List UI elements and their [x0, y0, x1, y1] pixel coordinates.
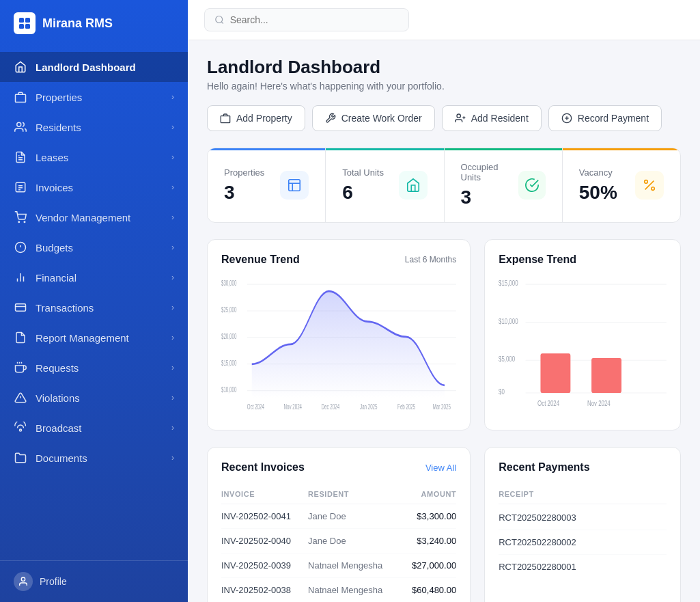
- sidebar-item-budgets[interactable]: Budgets ›: [0, 232, 188, 262]
- search-input[interactable]: [230, 14, 399, 25]
- svg-point-12: [18, 221, 20, 223]
- view-all-invoices[interactable]: View All: [425, 463, 456, 473]
- expense-bar-nov: [591, 358, 621, 393]
- stat-vacancy-icon: [635, 171, 664, 200]
- work-order-icon: [325, 113, 336, 124]
- sidebar-label-violations: Violations: [36, 392, 80, 404]
- receipt-col-header: Receipt: [499, 484, 667, 504]
- page-subtitle: Hello again! Here's what's happening wit…: [207, 81, 681, 92]
- sidebar-label-vendor: Vendor Management: [36, 212, 130, 223]
- expense-bar-oct: [541, 353, 571, 393]
- profile-item[interactable]: Profile: [0, 560, 188, 602]
- chevron-right-icon: ›: [171, 273, 174, 282]
- stat-properties: Properties 3: [208, 148, 326, 222]
- svg-text:$15,000: $15,000: [499, 279, 518, 287]
- chevron-right-icon: ›: [171, 363, 174, 372]
- svg-text:$10,000: $10,000: [221, 385, 237, 394]
- topbar: [188, 0, 700, 40]
- sidebar-label-residents: Residents: [36, 122, 81, 133]
- add-resident-label: Add Resident: [471, 113, 529, 124]
- create-work-order-button[interactable]: Create Work Order: [312, 105, 435, 131]
- logo-icon: [14, 12, 36, 34]
- sidebar-item-vendor-management[interactable]: Vendor Management ›: [0, 202, 188, 232]
- sidebar-label-requests: Requests: [36, 362, 79, 374]
- add-property-icon: [220, 113, 231, 124]
- stats-row: Properties 3 Total Units 6: [207, 148, 681, 223]
- violations-icon: [14, 391, 27, 405]
- amount-col-header: Amount: [401, 484, 456, 504]
- sidebar-label-documents: Documents: [36, 452, 87, 464]
- chevron-right-icon: ›: [171, 213, 174, 222]
- svg-point-5: [17, 122, 21, 126]
- revenue-chart-period: Last 6 Months: [405, 255, 456, 264]
- broadcast-icon: [14, 421, 27, 435]
- payments-section-title: Recent Payments: [499, 461, 589, 474]
- sidebar-item-leases[interactable]: Leases ›: [0, 142, 188, 172]
- financial-icon: [14, 271, 27, 284]
- resident-col-header: Resident: [308, 484, 401, 504]
- invoice-id: INV-202502-0040: [221, 529, 308, 553]
- chevron-right-icon: ›: [171, 303, 174, 312]
- svg-point-27: [20, 429, 22, 431]
- invoice-amount: $3,240.00: [401, 529, 456, 553]
- table-row: INV-202502-0038 Natnael Mengesha $60,480…: [221, 578, 456, 603]
- svg-text:Jan 2025: Jan 2025: [360, 403, 378, 411]
- charts-row: Revenue Trend Last 6 Months $30,000 $25,…: [207, 239, 681, 430]
- svg-text:Oct 2024: Oct 2024: [537, 400, 559, 407]
- record-payment-button[interactable]: Record Payment: [548, 105, 662, 131]
- avatar: [14, 572, 33, 591]
- sidebar-item-transactions[interactable]: Transactions ›: [0, 292, 188, 323]
- invoices-table: Invoice Resident Amount INV-202502-0041 …: [221, 484, 456, 602]
- svg-line-41: [645, 181, 654, 190]
- add-property-label: Add Property: [236, 113, 292, 124]
- sidebar-label-report-management: Report Management: [36, 332, 129, 344]
- svg-point-43: [652, 187, 655, 191]
- table-row: INV-202502-0041 Jane Doe $3,300.00: [221, 504, 456, 529]
- revenue-chart-svg: $30,000 $25,000 $20,000 $15,000 $10,000: [221, 277, 456, 413]
- app-name: Mirana RMS: [42, 16, 113, 31]
- record-payment-icon: [561, 113, 572, 124]
- sidebar-item-broadcast[interactable]: Broadcast ›: [0, 413, 188, 443]
- chevron-right-icon: ›: [171, 182, 174, 192]
- stat-properties-label: Properties: [224, 167, 264, 178]
- report-icon: [14, 331, 27, 344]
- sidebar-label-invoices: Invoices: [36, 182, 73, 193]
- search-wrapper[interactable]: [204, 8, 409, 31]
- sidebar-item-requests[interactable]: Requests ›: [0, 353, 188, 383]
- sidebar-item-invoices[interactable]: Invoices ›: [0, 172, 188, 202]
- sidebar-label-transactions: Transactions: [36, 302, 94, 314]
- sidebar-item-report-management[interactable]: Report Management ›: [0, 323, 188, 353]
- sidebar-item-documents[interactable]: Documents ›: [0, 443, 188, 473]
- chevron-right-icon: ›: [171, 423, 174, 433]
- svg-rect-1: [25, 18, 30, 23]
- svg-text:Mar 2025: Mar 2025: [433, 403, 451, 411]
- invoice-resident: Natnael Mengesha: [308, 578, 401, 603]
- invoice-id: INV-202502-0039: [221, 553, 308, 578]
- invoice-id: INV-202502-0041: [221, 504, 308, 529]
- invoice-amount: $3,300.00: [401, 504, 456, 529]
- svg-text:$5,000: $5,000: [499, 356, 515, 364]
- svg-text:$20,000: $20,000: [221, 332, 237, 340]
- content-area: Landlord Dashboard Hello again! Here's w…: [188, 40, 700, 602]
- invoice-resident: Natnael Mengesha: [308, 553, 401, 578]
- receipt-row: RCT202502280001: [499, 555, 667, 579]
- sidebar-item-properties[interactable]: Properties ›: [0, 82, 188, 112]
- sidebar-item-landlord-dashboard[interactable]: Landlord Dashboard: [0, 52, 188, 82]
- stat-properties-value: 3: [224, 182, 264, 204]
- svg-text:$10,000: $10,000: [499, 318, 518, 325]
- sidebar-item-financial[interactable]: Financial ›: [0, 262, 188, 292]
- invoice-amount: $60,480.00: [401, 578, 456, 603]
- sidebar-item-residents[interactable]: Residents ›: [0, 112, 188, 142]
- stat-vacancy-value: 50%: [579, 182, 617, 204]
- users-icon: [14, 120, 27, 134]
- expense-chart-svg: $15,000 $10,000 $5,000 $0 Oct 2024 Nov 2…: [499, 277, 667, 413]
- invoice-id: INV-202502-0038: [221, 578, 308, 603]
- add-resident-button[interactable]: Add Resident: [442, 105, 542, 131]
- svg-text:$30,000: $30,000: [221, 279, 237, 288]
- page-title: Landlord Dashboard: [207, 57, 681, 78]
- add-property-button[interactable]: Add Property: [207, 105, 305, 131]
- recent-payments-card: Recent Payments Receipt RCT202502280003R…: [484, 447, 681, 602]
- svg-rect-3: [25, 24, 30, 29]
- svg-rect-0: [19, 18, 24, 23]
- sidebar-item-violations[interactable]: Violations ›: [0, 383, 188, 413]
